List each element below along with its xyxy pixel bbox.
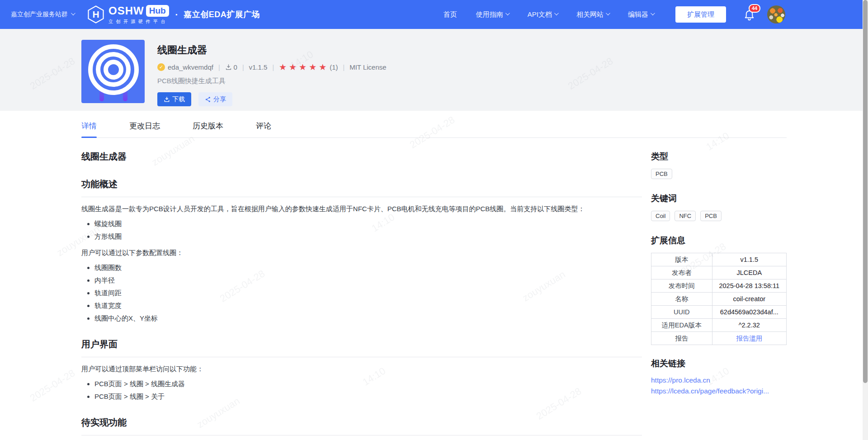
table-row: 发布时间 2025-04-28 13:58:11 — [651, 279, 787, 293]
tag-pcb[interactable]: PCB — [651, 169, 672, 179]
extension-meta-row: ✓ eda_wkvemdqf | 0 | v1.1.5 | ★★★★★ (1) … — [157, 63, 387, 71]
extension-info-table: 版本 v1.1.5 发布者 JLCEDA 发布时间 2025-04-28 13:… — [651, 253, 787, 345]
nav-item-label: 相关网站 — [576, 10, 604, 19]
meta-separator: | — [242, 64, 244, 71]
keyword-tags: Coil NFC PCB — [651, 211, 787, 221]
section-heading-todo: 待实现功能 — [81, 416, 642, 435]
table-row: 发布者 JLCEDA — [651, 266, 787, 279]
top-navbar: 嘉立创产业服务站群 H OSHW Hub 立创开源硬件平台 · 嘉立创EDA扩展… — [0, 0, 868, 29]
notification-bell-button[interactable]: 44 — [743, 9, 755, 21]
tag-coil[interactable]: Coil — [651, 211, 670, 221]
action-buttons: 下载 分享 — [157, 92, 387, 106]
param-list: 线圈圈数 内半径 轨道间距 轨道宽度 线圈中心的X、Y坐标 — [94, 264, 642, 323]
table-row: 名称 coil-creator — [651, 293, 787, 306]
extension-subtitle: PCB线圈快捷生成工具 — [157, 77, 387, 85]
version-text: v1.1.5 — [249, 63, 268, 71]
extension-manage-button[interactable]: 扩展管理 — [675, 6, 726, 23]
extension-title: 线圈生成器 — [157, 43, 387, 57]
download-count-icon — [225, 64, 232, 71]
info-label: 版本 — [651, 253, 712, 266]
rating-count: (1) — [330, 63, 338, 71]
tab-bar: 详情 更改日志 历史版本 评论 — [81, 111, 787, 138]
info-value: ^2.2.32 — [712, 319, 786, 332]
info-value: 62d4569a023d4af... — [712, 306, 786, 319]
user-avatar[interactable] — [767, 5, 785, 24]
svg-text:H: H — [92, 9, 99, 19]
info-sidebar: 类型 PCB 关键词 Coil NFC PCB 扩展信息 版本 v1.1.5 发… — [651, 138, 787, 440]
tab-changelog[interactable]: 更改日志 — [129, 121, 160, 137]
chevron-down-icon — [505, 11, 510, 15]
nav-item-related-sites[interactable]: 相关网站 — [576, 10, 609, 19]
oshwhub-logo[interactable]: H OSHW Hub 立创开源硬件平台 — [88, 5, 169, 25]
related-link[interactable]: https://pro.lceda.cn — [651, 375, 787, 386]
paragraph: 线圈生成器是一款专为PCB设计人员开发的工具，旨在根据用户输入的参数快速生成适用… — [81, 205, 642, 213]
table-row: UUID 62d4569a023d4af... — [651, 306, 787, 319]
info-value: JLCEDA — [712, 266, 786, 279]
nav-item-label: API文档 — [528, 10, 552, 19]
tab-history-versions[interactable]: 历史版本 — [193, 121, 223, 137]
coil-extension-icon — [81, 40, 145, 103]
logo-tagline: 立创开源硬件平台 — [108, 19, 169, 25]
table-row: 报告 报告滥用 — [651, 332, 787, 345]
tag-pcb[interactable]: PCB — [700, 211, 722, 221]
navbar-right-group: 首页 使用指南 API文档 相关网站 编辑器 扩展管理 44 — [425, 0, 785, 29]
nav-item-label: 使用指南 — [476, 10, 503, 19]
nav-item-label: 首页 — [443, 10, 457, 19]
readme-article: 线圈生成器 功能概述 线圈生成器是一款专为PCB设计人员开发的工具，旨在根据用户… — [81, 138, 642, 440]
menu-path-list: PCB页面 > 线圈 > 线圈生成器 PCB页面 > 线圈 > 关于 — [94, 380, 642, 401]
author-name[interactable]: eda_wkvemdqf — [168, 63, 213, 71]
info-value: 2025-04-28 13:58:11 — [712, 279, 786, 293]
list-item: 线圈圈数 — [94, 264, 642, 272]
chevron-down-icon — [71, 11, 75, 15]
coil-ring — [104, 60, 123, 80]
tab-comments[interactable]: 评论 — [256, 121, 271, 137]
license-text: MIT License — [349, 63, 386, 71]
report-abuse-link[interactable]: 报告滥用 — [736, 335, 762, 342]
nav-item-label: 编辑器 — [628, 10, 648, 19]
site-group-dropdown[interactable]: 嘉立创产业服务站群 — [11, 10, 74, 19]
site-title: 嘉立创EDA扩展广场 — [184, 9, 260, 20]
section-heading-ui: 用户界面 — [81, 338, 642, 357]
download-button[interactable]: 下载 — [157, 92, 191, 106]
logo-hub-badge: Hub — [146, 5, 169, 17]
extension-header: 线圈生成器 ✓ eda_wkvemdqf | 0 | v1.1.5 | ★★★★… — [0, 29, 868, 111]
notification-badge: 44 — [749, 4, 760, 13]
table-row: 版本 v1.1.5 — [651, 253, 787, 266]
list-item: 线圈中心的X、Y坐标 — [94, 314, 642, 323]
scrollbar-track[interactable] — [863, 0, 868, 440]
info-label: 报告 — [651, 332, 712, 345]
article-title: 线圈生成器 — [81, 151, 642, 163]
nav-item-editor[interactable]: 编辑器 — [628, 10, 654, 19]
tag-nfc[interactable]: NFC — [675, 211, 696, 221]
star-rating[interactable]: ★★★★★ — [279, 63, 329, 71]
paragraph: 用户可以通过顶部菜单栏访问以下功能： — [81, 365, 642, 374]
table-row: 适用EDA版本 ^2.2.32 — [651, 319, 787, 332]
list-item: 螺旋线圈 — [94, 220, 642, 228]
type-heading: 类型 — [651, 151, 787, 162]
extension-info-heading: 扩展信息 — [651, 235, 787, 246]
info-value: v1.1.5 — [712, 253, 786, 266]
navbar-left-group: 嘉立创产业服务站群 H OSHW Hub 立创开源硬件平台 · 嘉立创EDA扩展… — [11, 0, 260, 29]
list-item: 轨道宽度 — [94, 302, 642, 310]
coil-type-list: 螺旋线圈 方形线圈 — [94, 220, 642, 241]
site-group-label: 嘉立创产业服务站群 — [11, 10, 68, 19]
share-button[interactable]: 分享 — [198, 92, 232, 106]
tab-details[interactable]: 详情 — [81, 121, 97, 137]
nav-item-api-docs[interactable]: API文档 — [528, 10, 557, 19]
main-content: 详情 更改日志 历史版本 评论 线圈生成器 功能概述 线圈生成器是一款专为PCB… — [81, 111, 787, 440]
list-item: 轨道间距 — [94, 289, 642, 298]
nav-item-guide[interactable]: 使用指南 — [476, 10, 509, 19]
verified-badge-icon: ✓ — [157, 63, 165, 71]
scrollbar-thumb[interactable] — [863, 0, 868, 383]
paragraph: 用户可以通过以下参数配置线圈： — [81, 249, 642, 257]
section-heading-overview: 功能概述 — [81, 178, 642, 197]
related-link[interactable]: https://lceda.cn/page/feedback?origi... — [651, 386, 787, 397]
list-item: 内半径 — [94, 276, 642, 285]
info-value: coil-creator — [712, 293, 786, 306]
list-item: 方形线圈 — [94, 232, 642, 241]
nav-item-home[interactable]: 首页 — [443, 10, 457, 19]
info-label: UUID — [651, 306, 712, 319]
keyword-heading: 关键词 — [651, 193, 787, 204]
download-icon — [164, 96, 170, 103]
watermark-text: 2025-04-28 — [28, 367, 77, 404]
